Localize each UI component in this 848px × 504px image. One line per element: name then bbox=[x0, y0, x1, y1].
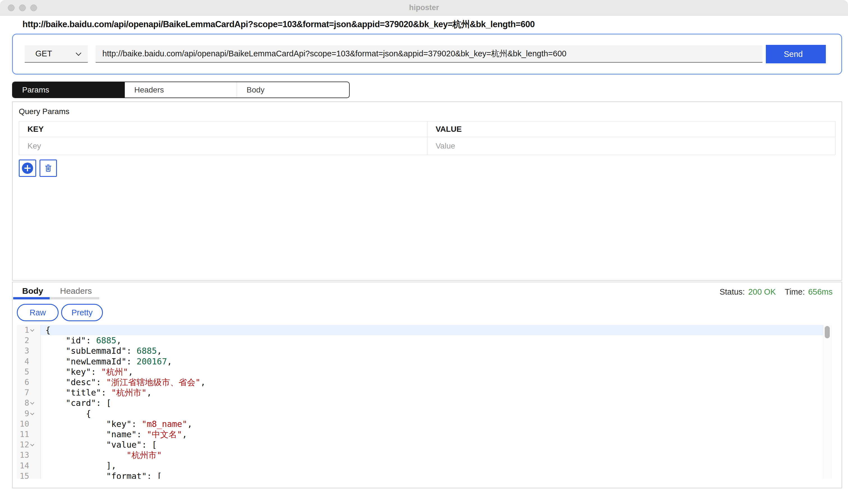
line-number: 1 bbox=[17, 325, 29, 335]
response-view-buttons: Raw Pretty bbox=[17, 304, 103, 321]
request-tabs: Params Headers Body bbox=[12, 82, 350, 98]
status-label: Status: bbox=[720, 287, 745, 296]
code-line-text: "card": [ bbox=[41, 398, 829, 408]
request-bar: GET Send bbox=[12, 34, 842, 75]
line-number: 14 bbox=[17, 461, 29, 470]
line-number: 2 bbox=[17, 336, 29, 345]
line-number-gutter: 2 bbox=[17, 335, 41, 346]
app-window: hiposter http://baike.baidu.com/api/open… bbox=[0, 0, 848, 504]
code-scrollbar[interactable] bbox=[823, 325, 831, 479]
line-number-gutter: 12 bbox=[17, 439, 41, 450]
response-status-line: Status: 200 OK Time: 656ms bbox=[720, 287, 833, 296]
line-number: 6 bbox=[17, 378, 29, 387]
code-line-text: "id": 6885, bbox=[41, 335, 829, 346]
line-number-gutter: 13 bbox=[17, 450, 41, 460]
code-line: 9 { bbox=[17, 409, 829, 419]
query-params-table: KEY VALUE bbox=[19, 121, 835, 155]
code-line-text: "desc": "浙江省辖地级市、省会", bbox=[41, 377, 829, 388]
code-line-text: "title": "杭州市", bbox=[41, 388, 829, 398]
fold-chevron-icon[interactable] bbox=[30, 400, 34, 404]
param-row-buttons bbox=[19, 160, 835, 177]
table-header-row: KEY VALUE bbox=[19, 121, 835, 137]
fold-chevron-icon[interactable] bbox=[30, 328, 34, 331]
tab-headers[interactable]: Headers bbox=[125, 82, 237, 97]
method-select-value: GET bbox=[35, 49, 52, 58]
code-line-text: "newLemmaId": 200167, bbox=[41, 356, 829, 367]
line-number: 13 bbox=[17, 450, 29, 460]
code-line-text: "value": [ bbox=[41, 439, 829, 450]
time-value: 656ms bbox=[808, 287, 833, 296]
code-line: 8 "card": [ bbox=[17, 398, 829, 408]
tab-body[interactable]: Body bbox=[237, 82, 349, 97]
fold-chevron-icon[interactable] bbox=[30, 442, 34, 446]
send-button[interactable]: Send bbox=[766, 45, 826, 64]
code-line-text: "key": "m8_name", bbox=[41, 419, 829, 429]
code-line-text: { bbox=[41, 325, 829, 335]
line-number: 10 bbox=[17, 419, 29, 429]
status-value: 200 OK bbox=[748, 287, 776, 296]
line-number: 8 bbox=[17, 398, 29, 408]
window-title: hiposter bbox=[0, 3, 848, 12]
raw-button[interactable]: Raw bbox=[17, 304, 59, 321]
table-row bbox=[19, 137, 835, 155]
line-number-gutter: 10 bbox=[17, 419, 41, 429]
response-tab-headers[interactable]: Headers bbox=[60, 286, 92, 296]
code-line: 1{ bbox=[17, 325, 829, 335]
code-line: 10 "key": "m8_name", bbox=[17, 419, 829, 429]
code-line-text: "key": "杭州", bbox=[41, 367, 829, 377]
line-number: 9 bbox=[17, 409, 29, 418]
response-tab-underline bbox=[13, 297, 99, 299]
line-number-gutter: 15 bbox=[17, 471, 41, 479]
add-param-button[interactable] bbox=[19, 160, 36, 177]
fold-chevron-icon[interactable] bbox=[30, 411, 34, 415]
code-line: 15 "format": [ bbox=[17, 471, 829, 479]
code-line-text: "name": "中文名", bbox=[41, 429, 829, 439]
pretty-button[interactable]: Pretty bbox=[61, 304, 103, 321]
url-input[interactable] bbox=[95, 46, 762, 63]
query-params-panel: Query Params KEY VALUE bbox=[12, 102, 842, 281]
code-line-text: { bbox=[41, 409, 829, 419]
code-line-text: ], bbox=[41, 460, 829, 471]
code-line-text: "format": [ bbox=[41, 471, 829, 479]
request-url-heading: http://baike.baidu.com/api/openapi/Baike… bbox=[22, 18, 535, 30]
delete-param-button[interactable] bbox=[39, 160, 57, 177]
line-number-gutter: 7 bbox=[17, 388, 41, 398]
line-number: 4 bbox=[17, 357, 29, 366]
line-number-gutter: 3 bbox=[17, 346, 41, 356]
code-line: 4 "newLemmaId": 200167, bbox=[17, 356, 829, 367]
line-number: 15 bbox=[17, 471, 29, 479]
response-panel: Body Headers Status: 200 OK Time: 656ms … bbox=[12, 282, 842, 488]
param-key-input[interactable] bbox=[19, 137, 427, 155]
code-line: 13 "杭州市" bbox=[17, 450, 829, 460]
line-number-gutter: 14 bbox=[17, 460, 41, 471]
method-select[interactable]: GET bbox=[25, 46, 88, 63]
line-number-gutter: 11 bbox=[17, 429, 41, 439]
plus-icon bbox=[22, 163, 33, 174]
line-number: 3 bbox=[17, 346, 29, 356]
query-params-title: Query Params bbox=[19, 107, 835, 116]
value-column-header: VALUE bbox=[427, 121, 835, 137]
tab-params[interactable]: Params bbox=[13, 82, 125, 97]
line-number: 7 bbox=[17, 388, 29, 397]
code-line: 14 ], bbox=[17, 460, 829, 471]
code-line: 7 "title": "杭州市", bbox=[17, 388, 829, 398]
code-line: 11 "name": "中文名", bbox=[17, 429, 829, 439]
code-line: 3 "subLemmaId": 6885, bbox=[17, 346, 829, 356]
line-number: 12 bbox=[17, 440, 29, 449]
line-number: 11 bbox=[17, 430, 29, 439]
line-number-gutter: 8 bbox=[17, 398, 41, 408]
trash-icon bbox=[43, 163, 53, 173]
chevron-down-icon bbox=[76, 50, 81, 56]
window-titlebar: hiposter bbox=[0, 0, 848, 16]
code-line: 2 "id": 6885, bbox=[17, 335, 829, 346]
code-line-text: "杭州市" bbox=[41, 450, 829, 460]
code-scrollbar-thumb[interactable] bbox=[825, 326, 830, 338]
response-tab-body[interactable]: Body bbox=[22, 286, 43, 296]
response-body-code[interactable]: 1{2 "id": 6885,3 "subLemmaId": 6885,4 "n… bbox=[17, 325, 829, 479]
param-value-input[interactable] bbox=[427, 137, 835, 155]
code-line-text: "subLemmaId": 6885, bbox=[41, 346, 829, 356]
key-column-header: KEY bbox=[19, 121, 427, 137]
line-number-gutter: 4 bbox=[17, 356, 41, 367]
line-number-gutter: 9 bbox=[17, 409, 41, 419]
code-line: 12 "value": [ bbox=[17, 439, 829, 450]
